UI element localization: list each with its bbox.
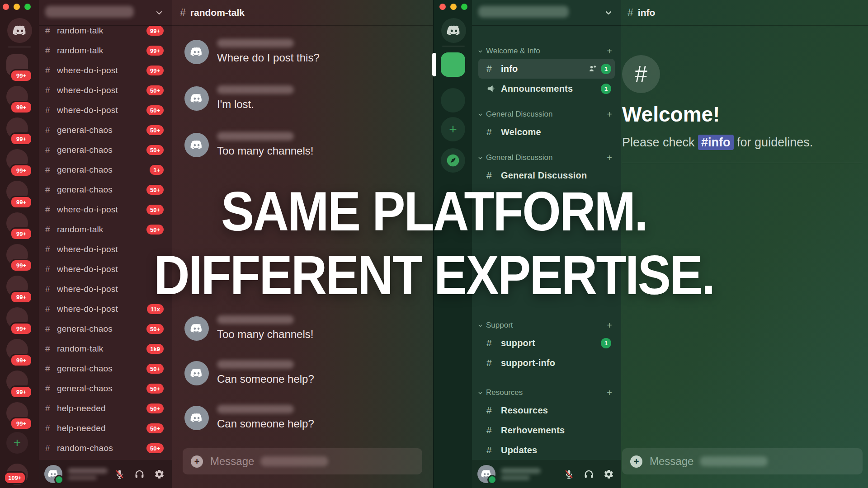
window-controls (439, 4, 467, 10)
add-channel-button[interactable]: + (607, 153, 612, 163)
channel-name: where-do-i-post (57, 105, 146, 115)
add-channel-button[interactable]: + (607, 320, 612, 331)
online-status-dot (487, 475, 497, 484)
category-row[interactable]: Support+ (472, 318, 621, 333)
server-name-redacted[interactable] (45, 6, 134, 18)
channel-item[interactable]: #random-talk99+ (39, 21, 172, 41)
category-row[interactable]: Welcome & Info+ (472, 43, 621, 59)
discord-home-button[interactable] (7, 18, 32, 43)
attach-plus-icon[interactable]: + (630, 455, 642, 468)
message-body: I'm lost. (217, 85, 294, 111)
category-title: Welcome & Info (486, 47, 607, 56)
channel-item[interactable]: #general-chaos50+ (39, 140, 172, 160)
message-placeholder: Message (210, 455, 254, 468)
mic-muted-icon[interactable] (564, 469, 574, 479)
hash-icon: # (45, 324, 57, 334)
unread-badge: 1+ (150, 165, 164, 175)
channel-item[interactable]: #where-do-i-post50+ (39, 80, 172, 100)
channel-item[interactable]: #random-chaos50+ (39, 438, 172, 458)
mention-badge: 1 (601, 84, 611, 94)
unread-badge: 50+ (146, 324, 164, 334)
channel-item[interactable]: #random-talk99+ (39, 41, 172, 61)
headphones-icon[interactable] (134, 469, 145, 479)
welcome-heading: Welcome! (622, 102, 720, 127)
channel-item[interactable]: #support1 (478, 333, 615, 353)
channel-name: support-info (501, 358, 611, 368)
member-add-icon[interactable] (588, 64, 597, 73)
hash-icon: # (45, 46, 57, 56)
channel-name: general-chaos (57, 384, 146, 394)
channel-item[interactable]: #Welcome (478, 122, 615, 142)
category-row[interactable]: General Discussion+ (472, 150, 621, 165)
unread-badge: 99+ (10, 354, 33, 367)
close-traffic-light[interactable] (439, 4, 446, 10)
channel-item[interactable]: #random-talk1k9 (39, 339, 172, 359)
chevron-down-icon[interactable] (155, 8, 164, 17)
channel-item[interactable]: #where-do-i-post50+ (39, 100, 172, 120)
active-server-icon[interactable] (441, 52, 465, 77)
channel-header: # info (621, 0, 868, 25)
hash-icon: # (486, 357, 501, 368)
user-panel (39, 460, 172, 488)
channel-item[interactable]: Announcements1 (478, 79, 615, 99)
hash-icon: # (45, 404, 57, 413)
channel-item[interactable]: #general-chaos50+ (39, 120, 172, 140)
hash-icon: # (486, 170, 501, 181)
zoom-traffic-light[interactable] (24, 4, 31, 10)
message-text: I'm lost. (217, 98, 294, 111)
username-redacted (501, 468, 564, 480)
message-avatar (184, 316, 209, 341)
channel-item[interactable]: #Updates (478, 440, 615, 460)
add-channel-button[interactable]: + (607, 109, 612, 120)
hash-icon: # (45, 165, 57, 175)
channel-item[interactable]: #general-chaos50+ (39, 359, 172, 379)
channel-item[interactable]: #general-chaos50+ (39, 379, 172, 399)
channel-name: random-talk (57, 26, 146, 36)
mic-muted-icon[interactable] (114, 469, 125, 479)
category-row[interactable]: General Discussion+ (472, 107, 621, 122)
channel-name: Resources (501, 405, 611, 416)
caption-line-2: DIFFERENT EXPERTISE. (43, 244, 825, 307)
add-server-button[interactable]: + (441, 117, 465, 141)
unread-badge: 99+ (10, 385, 33, 399)
settings-gear-icon[interactable] (604, 469, 614, 479)
hash-icon: # (45, 26, 57, 36)
chevron-down-icon (477, 323, 483, 328)
channel-item[interactable]: #general-chaos1+ (39, 160, 172, 180)
server-name-redacted[interactable] (478, 6, 569, 18)
user-avatar[interactable] (477, 465, 495, 483)
message-input[interactable]: + Message (183, 448, 422, 474)
channel-mention-link[interactable]: #info (698, 135, 734, 150)
minimize-traffic-light[interactable] (14, 4, 20, 10)
channel-item[interactable]: #help-needed50+ (39, 399, 172, 418)
settings-gear-icon[interactable] (154, 469, 165, 479)
channel-item[interactable]: #info1 (478, 59, 615, 79)
minimize-traffic-light[interactable] (450, 4, 457, 10)
server-icon[interactable] (441, 88, 465, 113)
add-server-button[interactable]: + (6, 432, 28, 454)
channel-item[interactable]: #Rerhovements (478, 420, 615, 440)
message-input[interactable]: + Message (622, 448, 863, 474)
rail-divider (442, 46, 465, 47)
channel-item[interactable]: #general-chaos50+ (39, 319, 172, 339)
zoom-traffic-light[interactable] (461, 4, 467, 10)
channel-item[interactable]: #where-do-i-post99+ (39, 61, 172, 80)
category-row[interactable]: Resources+ (472, 385, 621, 400)
close-traffic-light[interactable] (3, 4, 9, 10)
channel-item[interactable]: #help-needed50+ (39, 418, 172, 438)
explore-servers-button[interactable] (441, 148, 465, 173)
channel-name: random-talk (57, 344, 146, 354)
add-channel-button[interactable]: + (607, 46, 612, 56)
discord-home-button[interactable] (441, 18, 466, 43)
add-channel-button[interactable]: + (607, 388, 612, 398)
channel-section: Resources+#Resources#Rerhovements#Update… (472, 385, 621, 460)
headphones-icon[interactable] (584, 469, 594, 479)
attach-plus-icon[interactable]: + (191, 455, 203, 468)
chevron-down-icon[interactable] (604, 8, 613, 17)
channel-item[interactable]: #Resources (478, 400, 615, 420)
compass-icon (446, 153, 460, 168)
unread-badge: 99+ (10, 227, 33, 240)
hash-icon: # (180, 7, 186, 19)
channel-item[interactable]: #support-info (478, 353, 615, 373)
user-avatar[interactable] (44, 465, 62, 483)
